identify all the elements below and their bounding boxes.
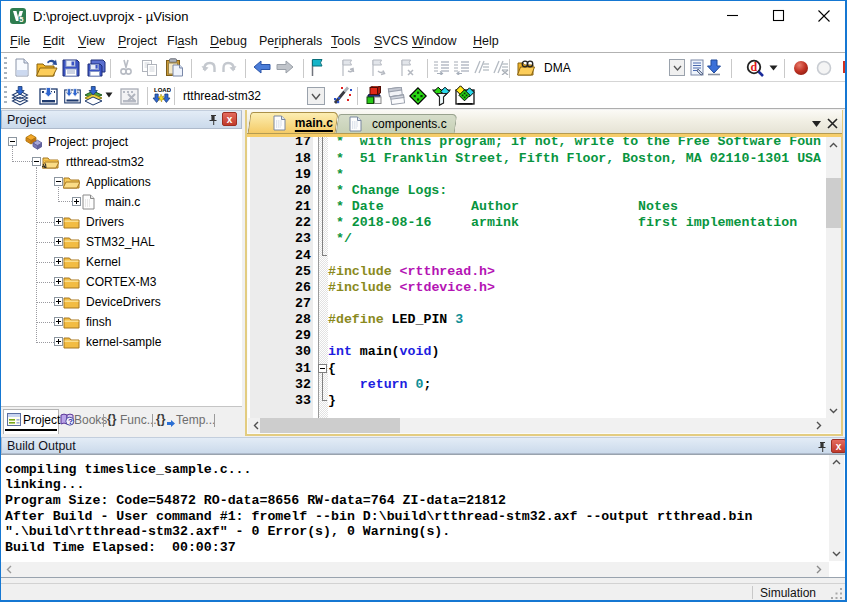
svg-text:?: ? — [68, 417, 73, 426]
svg-text:LOAD: LOAD — [154, 87, 171, 93]
svg-text:d: d — [751, 60, 758, 74]
svg-text:5: 5 — [19, 15, 23, 24]
